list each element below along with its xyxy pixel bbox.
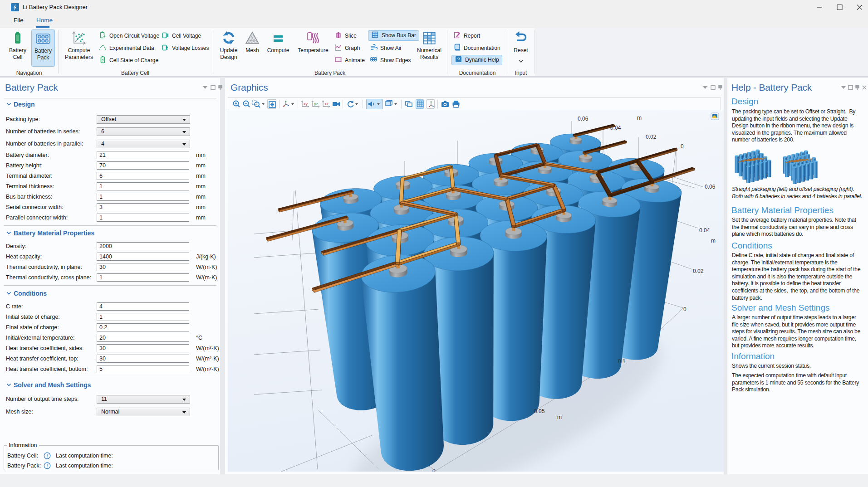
svg-text:m: m [557, 414, 562, 420]
svg-text:0.02: 0.02 [646, 134, 657, 140]
svg-text:m: m [711, 238, 716, 244]
svg-text:0: 0 [432, 468, 436, 472]
svg-text:0.06: 0.06 [705, 184, 716, 190]
svg-text:m: m [637, 115, 642, 121]
svg-text:0.02: 0.02 [693, 268, 704, 274]
svg-text:xy: xy [304, 102, 308, 106]
svg-text:0.05: 0.05 [534, 408, 545, 414]
svg-text:0.06: 0.06 [578, 116, 588, 122]
svg-text:yz: yz [314, 102, 319, 106]
svg-text:0.04: 0.04 [610, 125, 621, 131]
svg-text:xz: xz [324, 102, 329, 106]
svg-text:0.04: 0.04 [699, 227, 710, 234]
svg-text:?: ? [457, 57, 460, 62]
svg-text:0.1: 0.1 [618, 358, 626, 365]
svg-text:0: 0 [681, 143, 684, 150]
svg-text:0: 0 [683, 306, 687, 312]
svg-text:i: i [47, 453, 48, 458]
svg-text:i: i [47, 463, 48, 468]
